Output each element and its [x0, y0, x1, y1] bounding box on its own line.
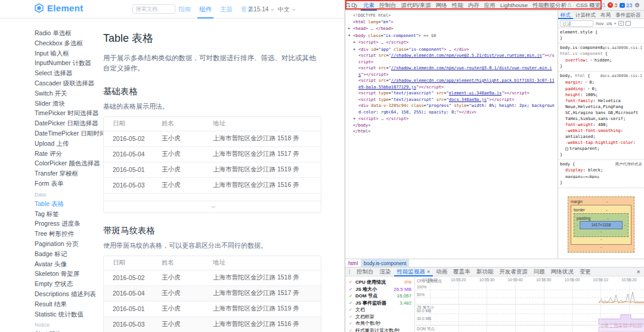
perf-metric-row[interactable]: ✓CPU 使用情况0%: [345, 279, 414, 286]
devtools-tab-应用[interactable]: 应用: [482, 0, 498, 11]
close-tab-icon[interactable]: ×: [427, 267, 430, 276]
sidebar-item[interactable]: Alert 警告: [0, 329, 103, 332]
drawer-tab-问题[interactable]: 问题: [531, 267, 548, 276]
css-rule[interactable]: docs.aa3009b.css:1body.is-component,html…: [558, 44, 644, 72]
toggle-classes[interactable]: .cls: [605, 21, 612, 26]
demo-expand-bar[interactable]: [104, 201, 321, 213]
dom-tree-line[interactable]: ▶<head> … </head>: [348, 25, 556, 32]
sidebar-item[interactable]: Upload 上传: [0, 139, 103, 149]
devtools-tab-CSS 概览[interactable]: CSS 概览: [574, 0, 608, 11]
sidebar-item[interactable]: InputNumber 计数器: [0, 58, 103, 68]
dom-tree-line[interactable]: <!DOCTYPE html>: [348, 13, 556, 19]
styles-tab-事件监听器[interactable]: 事件监听器: [613, 11, 643, 19]
sidebar-item[interactable]: Cascader 级联选择器: [0, 78, 103, 88]
sidebar-item[interactable]: ColorPicker 颜色选择器: [0, 158, 103, 168]
css-property[interactable]: margin: ▸ 0;: [560, 79, 642, 85]
perf-metric-row[interactable]: ✓JS 堆大小26.5 MB: [345, 286, 414, 293]
tree-expander-icon[interactable]: ▼: [348, 32, 353, 39]
css-property[interactable]: -webkit-font-smoothing: antialiased;: [560, 128, 642, 140]
devtools-tab-源代码/来源[interactable]: 源代码/来源: [399, 0, 434, 11]
box-model-diagram[interactable]: margin- border- padding- -1417×1318- - -…: [568, 196, 634, 253]
drawer-tab-动画[interactable]: 动画: [433, 267, 450, 276]
tree-expander-icon[interactable]: ▶: [354, 46, 358, 53]
nav-item-指南[interactable]: 指南: [177, 0, 193, 19]
sidebar-item[interactable]: Avatar 头像: [0, 259, 103, 269]
styles-tab-计算样式[interactable]: 计算样式: [573, 11, 598, 19]
devtools-tab-性能[interactable]: 性能: [450, 0, 466, 11]
toggle-element-state[interactable]: :hov: [595, 21, 603, 26]
perf-metric-row[interactable]: ✓文档框架: [345, 313, 414, 321]
dom-tree-line[interactable]: <script type="text/javascript" src="elem…: [348, 90, 556, 97]
devtools-tab-控制台[interactable]: 控制台: [377, 0, 399, 11]
dom-tree-line[interactable]: <script src="//shadow.elemecdn.com/npm/v…: [348, 53, 556, 65]
table-row[interactable]: 2016-05-04王小虎上海市普陀区金沙江路 1517 弄: [104, 285, 321, 301]
expand-arrow-icon[interactable]: ▸: [590, 58, 595, 62]
metric-checkbox[interactable]: ✓: [349, 314, 355, 319]
drawer-tab-性能监视器[interactable]: 性能监视器×: [394, 267, 434, 276]
sidebar-item[interactable]: DateTimePicker 日期时间选择器: [0, 128, 103, 139]
sidebar-item[interactable]: Badge 标记: [0, 249, 103, 259]
table-row[interactable]: 2016-05-03王小虎上海市普陀区金沙江路 1516 弄: [104, 316, 321, 332]
metric-checkbox[interactable]: ✓: [349, 293, 355, 299]
css-rule[interactable]: docs.aa3009b.css:1body, html {margin: ▸ …: [558, 72, 644, 160]
sidebar-item[interactable]: Form 表单: [0, 179, 103, 189]
css-property[interactable]: padding: ▸ 0;: [560, 85, 642, 92]
nav-item-主题[interactable]: 主题: [218, 0, 234, 19]
sidebar-item[interactable]: Empty 空状态: [0, 279, 103, 289]
drawer-tab-开发者资源[interactable]: 开发者资源: [496, 267, 531, 276]
dom-tree-line[interactable]: <html lang="en">: [348, 19, 556, 26]
css-property[interactable]: height: 100%;: [560, 92, 642, 98]
sidebar-item[interactable]: Progress 进度条: [0, 219, 103, 229]
dom-tree-line[interactable]: ▶<div id="app" class="is-component"> … <…: [348, 46, 556, 53]
table-row[interactable]: 2016-05-02王小虎上海市普陀区金沙江路 1518 弄: [104, 131, 321, 146]
dom-tree-line[interactable]: <div data-v-3285c94c class="progress" st…: [348, 103, 556, 115]
css-property[interactable]: font-weight: 400;: [560, 122, 642, 128]
sidebar-item[interactable]: Slider 滑块: [0, 99, 103, 109]
metric-checkbox[interactable]: ✓: [349, 287, 355, 292]
sidebar-item[interactable]: Transfer 穿梭框: [0, 168, 103, 179]
issues-badge[interactable]: ▪23: [620, 2, 632, 8]
search-input[interactable]: [132, 4, 175, 14]
dom-tree-line[interactable]: ▶<script> … </script>: [348, 39, 556, 46]
console-errors-badge[interactable]: ✕3: [608, 2, 617, 8]
devtools-tab-内存[interactable]: 内存: [466, 0, 482, 11]
sidebar-item[interactable]: Table 表格: [0, 199, 103, 209]
devtools-tab-网络[interactable]: 网络: [434, 0, 450, 11]
drawer-tab-渲染[interactable]: 渲染: [377, 267, 394, 276]
new-style-rule-button[interactable]: +: [614, 21, 616, 26]
css-file-link[interactable]: 用户代理样式表: [615, 161, 643, 167]
element-logo[interactable]: Element: [34, 3, 83, 13]
css-rule[interactable]: element.style {}: [558, 28, 644, 44]
tree-expander-icon[interactable]: ▶: [348, 25, 353, 32]
table-row[interactable]: 2016-05-04王小虎上海市普陀区金沙江路 1517 弄: [104, 146, 321, 162]
sidebar-item[interactable]: Input 输入框: [0, 48, 103, 59]
settings-gear-icon[interactable]: ⚙: [634, 2, 640, 8]
drawer-tab-控制台[interactable]: 控制台: [354, 267, 377, 276]
css-file-link[interactable]: docs.aa3009b.css:1: [600, 45, 642, 51]
metric-checkbox[interactable]: ✓: [349, 328, 355, 332]
css-property[interactable]: font-family: Helvetica Neue,Helvetica,Pi…: [560, 98, 642, 122]
dom-tree-line[interactable]: <script src="//shadow.elemecdn.com/app/e…: [348, 78, 556, 90]
nav-item-组件[interactable]: 组件: [197, 0, 213, 19]
tree-expander-icon[interactable]: ▶: [354, 115, 358, 122]
sidebar-item[interactable]: Select 选择器: [0, 68, 103, 78]
sidebar-item[interactable]: Skeleton 骨架屏: [0, 269, 103, 279]
metric-checkbox[interactable]: ✓: [349, 321, 355, 326]
drawer-tab-变更[interactable]: 变更: [577, 267, 594, 276]
perf-metric-row[interactable]: ✓样式重新计算次数/秒: [345, 327, 414, 332]
drawer-tab-覆盖率[interactable]: 覆盖率: [450, 267, 473, 276]
css-property[interactable]: overflow: ▸ hidden;: [560, 57, 642, 63]
perf-metric-row[interactable]: ✓文档: [345, 306, 414, 313]
table-row[interactable]: 2016-05-03王小虎上海市普陀区金沙江路 1516 弄: [104, 177, 321, 193]
sidebar-item[interactable]: Result 结果: [0, 299, 103, 309]
sidebar-item[interactable]: Radio 单选框: [0, 28, 103, 38]
metric-checkbox[interactable]: ✓: [349, 307, 355, 312]
expand-arrow-icon[interactable]: ▸: [588, 87, 592, 90]
language-dropdown[interactable]: 中文: [278, 0, 295, 19]
sidebar-item[interactable]: Pagination 分页: [0, 239, 103, 249]
sidebar-item[interactable]: TimePicker 时间选择器: [0, 108, 103, 118]
device-toolbar-icon[interactable]: [351, 2, 357, 8]
sidebar-item[interactable]: Statistic 统计数值: [0, 309, 103, 319]
close-drawer-icon[interactable]: ×: [637, 268, 644, 275]
metric-checkbox[interactable]: ✓: [349, 279, 355, 285]
